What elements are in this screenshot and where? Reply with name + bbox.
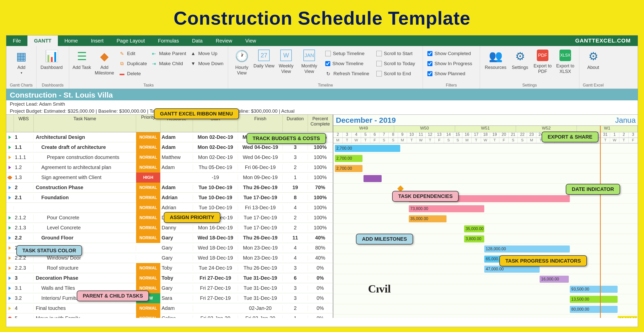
cell-percent[interactable]: 100% <box>308 175 333 180</box>
cell-wbs[interactable]: 3 <box>14 275 34 281</box>
cell-percent[interactable]: 70% <box>308 185 333 190</box>
cell-resource[interactable]: Adam <box>160 164 193 170</box>
cell-wbs[interactable]: 1.3 <box>14 175 34 180</box>
cell-resource[interactable]: Adam <box>160 134 193 140</box>
export-xlsx-button[interactable]: XLSXExport to XLSX <box>554 48 577 81</box>
cell-finish[interactable]: Fri 03-Jan-20 <box>238 315 283 318</box>
cell-task-name[interactable]: Foundation <box>34 195 136 200</box>
settings-button[interactable]: ⚙Settings <box>509 48 531 81</box>
cell-priority[interactable]: NORMAL <box>136 142 160 152</box>
cell-task-name[interactable]: Create draft of architecture <box>34 144 136 150</box>
cell-percent[interactable]: 100% <box>308 144 333 150</box>
cell-priority[interactable]: NORMAL <box>136 213 160 223</box>
move-down-button[interactable]: ▼Move Down <box>190 59 223 68</box>
cell-wbs[interactable]: 5 <box>14 315 34 318</box>
cell-task-name[interactable]: Construction Phase <box>34 185 136 190</box>
cell-finish[interactable]: Wed 04-Dec-19 <box>238 144 283 150</box>
cell-finish[interactable]: Tue 17-Dec-19 <box>238 225 283 231</box>
cell-task-name[interactable]: Prepare construction documents <box>34 154 136 160</box>
cell-resource[interactable]: Toby <box>160 275 193 281</box>
cell-wbs[interactable]: 2.1.3 <box>14 225 34 231</box>
cell-duration[interactable]: 4 <box>283 245 308 251</box>
cell-percent[interactable]: 100% <box>308 195 333 200</box>
cell-priority[interactable]: NORMAL <box>136 313 160 318</box>
task-row[interactable]: 2.1.3 Level Concrete NORMAL Danny Mon 16… <box>6 223 333 233</box>
cell-duration[interactable]: 4 <box>283 205 308 211</box>
cell-priority[interactable]: NORMAL <box>136 223 160 233</box>
task-row[interactable]: 1.3 Sign agreement with Client HIGH -19 … <box>6 173 333 183</box>
tab-review[interactable]: Review <box>209 35 239 46</box>
cell-percent[interactable]: 40% <box>308 255 333 261</box>
cell-start[interactable]: Tue 10-Dec-19 <box>193 195 238 200</box>
tab-insert[interactable]: Insert <box>84 35 110 46</box>
export-pdf-button[interactable]: PDFExport to PDF <box>531 48 554 81</box>
cell-duration[interactable]: 2 <box>283 225 308 231</box>
cell-resource[interactable]: Gary <box>160 285 193 291</box>
cell-start[interactable]: Fri 27-Dec-19 <box>193 285 238 291</box>
cell-resource[interactable]: Gary <box>160 235 193 241</box>
cell-finish[interactable]: Tue 17-Dec-19 <box>238 195 283 200</box>
cell-start[interactable]: Tue 10-Dec-19 <box>193 185 238 190</box>
gantt-bar[interactable]: 80,000.00 <box>570 306 618 313</box>
cell-task-name[interactable]: Ground Floor <box>34 235 136 241</box>
gantt-bar[interactable]: 2,700.00 <box>335 165 363 172</box>
cell-duration[interactable]: 1 <box>283 175 308 180</box>
cell-start[interactable]: Mon 16-Dec-19 <box>193 225 238 231</box>
cell-percent[interactable]: 100% <box>308 215 333 221</box>
scroll-start-button[interactable]: Scroll to Start <box>376 49 418 58</box>
gantt-bar[interactable]: 93,500.00 <box>570 286 618 293</box>
add-milestone-button[interactable]: ◆Add Milestone <box>92 48 117 81</box>
cell-finish[interactable]: Tue 31-Dec-19 <box>238 285 283 291</box>
cell-priority[interactable]: NORMAL <box>136 273 160 283</box>
tab-file[interactable]: File <box>6 35 27 46</box>
cell-resource[interactable]: Celine <box>160 315 193 318</box>
make-child-button[interactable]: ⇥Make Child <box>151 59 186 68</box>
cell-wbs[interactable]: 3.2 <box>14 295 34 301</box>
gantt-bar[interactable]: 2,700.00 <box>335 155 363 162</box>
gantt-bar[interactable]: 3,800.00 <box>464 235 484 242</box>
cell-duration[interactable]: 2 <box>283 305 308 311</box>
gantt-bar[interactable]: 20,000.00 <box>618 316 637 318</box>
cell-resource[interactable]: Toby <box>160 265 193 271</box>
cell-start[interactable]: Mon 02-Dec-19 <box>193 144 238 150</box>
cell-percent[interactable]: 0% <box>308 295 333 301</box>
cell-finish[interactable]: Mon 23-Dec-19 <box>238 255 283 261</box>
cell-percent[interactable]: 100% <box>308 164 333 170</box>
cell-task-name[interactable]: Roof structure <box>34 265 136 271</box>
gantt-bar[interactable]: 47,000.00 <box>484 266 540 273</box>
cell-duration[interactable]: 1 <box>283 315 308 318</box>
cell-duration[interactable]: 3 <box>283 285 308 291</box>
cell-priority[interactable]: NORMAL <box>136 193 160 203</box>
task-row[interactable]: 3.1 Walls and Tiles NORMAL Gary Fri 27-D… <box>6 283 333 293</box>
cell-duration[interactable]: 2 <box>283 215 308 221</box>
tab-data[interactable]: Data <box>185 35 209 46</box>
task-row[interactable]: 4 Final touches NORMAL Adam 02-Jan-20 2 … <box>6 303 333 313</box>
task-row[interactable]: 1.1 Create draft of architecture NORMAL … <box>6 142 333 152</box>
cell-start[interactable]: Fri 27-Dec-19 <box>193 295 238 301</box>
cell-task-name[interactable]: Final touches <box>34 305 136 311</box>
scroll-today-button[interactable]: Scroll to Today <box>376 59 418 68</box>
cell-resource[interactable]: Sara <box>160 295 193 301</box>
cell-finish[interactable]: Mon 09-Dec-19 <box>238 175 283 180</box>
edit-button[interactable]: ✎Edit <box>119 49 147 58</box>
tab-formulas[interactable]: Formulas <box>151 35 185 46</box>
cell-resource[interactable]: Gary <box>160 255 193 261</box>
gantt-bar[interactable]: 35,000.00 <box>464 225 484 232</box>
cell-wbs[interactable]: 2.1 <box>14 195 34 200</box>
cell-finish[interactable]: Fri 13-Dec-19 <box>238 205 283 211</box>
cell-task-name[interactable]: Architectural Design <box>34 134 136 140</box>
cell-finish[interactable]: Mon 23-Dec-19 <box>238 245 283 251</box>
delete-button[interactable]: ▬Delete <box>119 69 147 78</box>
cell-wbs[interactable]: 2.2 <box>14 235 34 241</box>
cell-start[interactable]: Fri 27-Dec-19 <box>193 275 238 281</box>
cell-finish[interactable]: Tue 17-Dec-19 <box>238 215 283 221</box>
cell-resource[interactable]: Adrian <box>160 195 193 200</box>
gantt-bar[interactable]: 16,000.00 <box>540 276 569 283</box>
cell-resource[interactable]: Adrian <box>160 205 193 211</box>
cell-priority[interactable]: NORMAL <box>136 132 160 142</box>
cell-wbs[interactable]: 2.2.3 <box>14 265 34 271</box>
hourly-view-button[interactable]: 🕐Hourly View <box>231 48 253 81</box>
add-button[interactable]: ▦Add▾ <box>9 48 34 81</box>
move-up-button[interactable]: ▲Move Up <box>190 49 223 58</box>
task-row[interactable]: NORMAL Adrian Tue 10-Dec-19 Fri 13-Dec-1… <box>6 203 333 213</box>
